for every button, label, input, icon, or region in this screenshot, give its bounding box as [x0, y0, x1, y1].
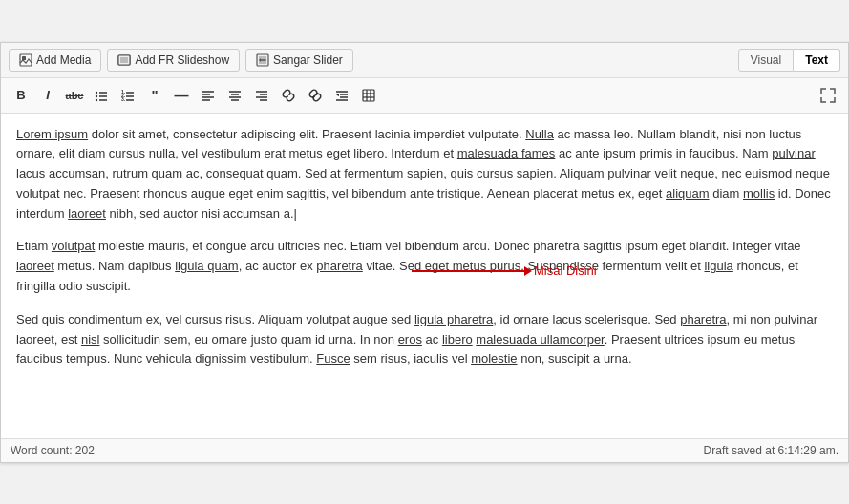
text-tab[interactable]: Text	[794, 49, 840, 72]
ol-icon: 1. 2. 3.	[121, 89, 135, 102]
link-icon	[282, 89, 295, 102]
editor-container: Add Media Add FR Slideshow Sanga	[0, 42, 849, 463]
svg-point-12	[96, 94, 97, 96]
ul-button[interactable]	[89, 83, 114, 108]
align-center-icon	[228, 89, 242, 102]
sangar-slider-button[interactable]: Sangar Slider	[245, 49, 353, 72]
svg-rect-1	[22, 56, 26, 60]
status-bar: Word count: 202 Draft saved at 6:14:29 a…	[1, 438, 848, 462]
table-icon	[362, 89, 375, 102]
paragraph-3: Sed quis condimentum ex, vel cursus risu…	[16, 310, 833, 369]
align-left-icon	[202, 89, 215, 102]
hr-button[interactable]: —	[169, 83, 194, 108]
svg-point-10	[96, 91, 97, 93]
content-text: Lorem ipsum dolor sit amet, consectetur …	[16, 125, 833, 370]
ul-icon	[95, 89, 108, 102]
unlink-button[interactable]	[303, 83, 328, 108]
bold-button[interactable]: B	[9, 83, 33, 108]
paragraph-1: Lorem ipsum dolor sit amet, consectetur …	[16, 125, 833, 224]
view-tabs: Visual Text	[738, 49, 840, 72]
svg-marker-39	[336, 94, 339, 96]
indent-icon	[335, 89, 349, 102]
table-button[interactable]	[356, 83, 381, 108]
slideshow-icon	[117, 53, 131, 67]
content-area[interactable]: Lorem ipsum dolor sit amet, consectetur …	[1, 114, 848, 438]
svg-point-14	[96, 98, 97, 100]
ol-button[interactable]: 1. 2. 3.	[116, 83, 140, 108]
align-right-icon	[255, 89, 268, 102]
align-center-button[interactable]	[223, 83, 247, 108]
expand-icon	[820, 88, 836, 103]
svg-rect-4	[120, 57, 128, 63]
formatting-bar: B I abc 1. 2. 3. " —	[1, 78, 848, 114]
annotation-label: Misal Disini	[534, 262, 597, 282]
add-media-button[interactable]: Add Media	[9, 49, 101, 72]
align-right-button[interactable]	[249, 83, 274, 108]
blockquote-button[interactable]: "	[142, 83, 167, 108]
visual-tab[interactable]: Visual	[738, 49, 794, 72]
unlink-icon	[308, 89, 322, 102]
slider-icon	[256, 53, 269, 67]
word-count: Word count: 202	[11, 444, 95, 457]
add-media-icon	[19, 53, 32, 67]
toolbar-top-left: Add Media Add FR Slideshow Sanga	[9, 49, 353, 72]
indent-button[interactable]	[329, 83, 354, 108]
expand-button[interactable]	[816, 83, 840, 108]
italic-button[interactable]: I	[35, 83, 60, 108]
toolbar-top: Add Media Add FR Slideshow Sanga	[1, 43, 848, 78]
align-left-button[interactable]	[196, 83, 221, 108]
add-fr-slideshow-button[interactable]: Add FR Slideshow	[107, 49, 240, 72]
svg-text:3.: 3.	[121, 96, 126, 102]
strikethrough-button[interactable]: abc	[62, 83, 87, 108]
link-button[interactable]	[276, 83, 301, 108]
annotation-arrow: Misal Disini	[412, 262, 597, 282]
draft-saved: Draft saved at 6:14:29 am.	[704, 444, 838, 457]
svg-rect-40	[363, 90, 374, 101]
arrow-line	[412, 270, 526, 272]
